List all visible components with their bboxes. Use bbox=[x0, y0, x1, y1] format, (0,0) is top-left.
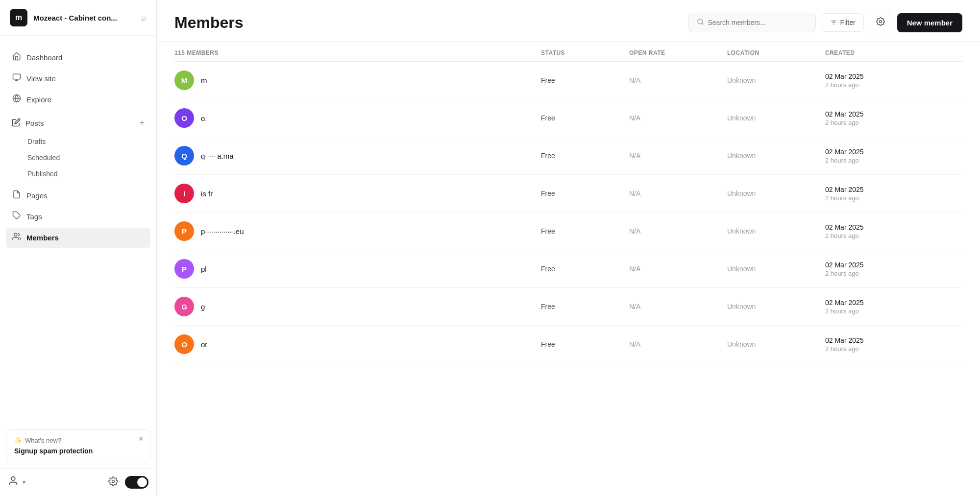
member-name: m bbox=[201, 76, 207, 85]
footer-icons bbox=[108, 476, 148, 489]
location-cell: Unknown bbox=[727, 265, 825, 273]
created-ago: 2 hours ago bbox=[825, 232, 962, 239]
sidebar: m Mozeact - Cabinet con... ⌕ Dashboard V… bbox=[0, 0, 157, 496]
svg-point-7 bbox=[11, 477, 15, 480]
created-ago: 2 hours ago bbox=[825, 345, 962, 353]
sidebar-item-explore[interactable]: Explore bbox=[6, 90, 150, 110]
created-ago: 2 hours ago bbox=[825, 81, 962, 89]
open-rate-cell: N/A bbox=[629, 114, 727, 122]
created-ago: 2 hours ago bbox=[825, 194, 962, 202]
whats-new-title: Signup spam protection bbox=[14, 447, 142, 455]
svg-point-14 bbox=[879, 21, 882, 23]
members-table: 115 MEMBERS STATUS OPEN RATE LOCATION CR… bbox=[157, 42, 980, 496]
created-date: 02 Mar 2025 bbox=[825, 110, 962, 118]
header-actions: Filter New member bbox=[688, 12, 963, 33]
created-cell: 02 Mar 2025 2 hours ago bbox=[825, 261, 962, 277]
created-date: 02 Mar 2025 bbox=[825, 336, 962, 344]
created-ago: 2 hours ago bbox=[825, 270, 962, 277]
col-header-open-rate: OPEN RATE bbox=[629, 49, 727, 56]
posts-left: Posts bbox=[12, 118, 44, 128]
col-header-location: LOCATION bbox=[727, 49, 825, 56]
sidebar-item-posts[interactable]: Posts + bbox=[6, 114, 150, 133]
avatar: P bbox=[174, 221, 194, 241]
nav-section-posts: Posts + Drafts Scheduled Published bbox=[6, 114, 150, 182]
svg-point-8 bbox=[112, 480, 115, 482]
created-date: 02 Mar 2025 bbox=[825, 261, 962, 269]
status-cell: Free bbox=[541, 303, 629, 310]
table-row[interactable]: P p············· .eu Free N/A Unknown 02… bbox=[174, 213, 962, 250]
new-member-button[interactable]: New member bbox=[897, 13, 962, 32]
sidebar-header: m Mozeact - Cabinet con... ⌕ bbox=[0, 0, 156, 36]
member-name: g bbox=[201, 303, 205, 311]
search-icon[interactable]: ⌕ bbox=[141, 13, 147, 23]
table-header: 115 MEMBERS STATUS OPEN RATE LOCATION CR… bbox=[174, 42, 962, 62]
svg-line-10 bbox=[702, 23, 703, 24]
sidebar-item-dashboard[interactable]: Dashboard bbox=[6, 47, 150, 68]
table-row[interactable]: O or Free N/A Unknown 02 Mar 2025 2 hour… bbox=[174, 326, 962, 363]
user-menu[interactable]: ▾ bbox=[8, 475, 25, 489]
member-cell: P p············· .eu bbox=[174, 221, 541, 241]
sidebar-item-tags[interactable]: Tags bbox=[6, 207, 150, 227]
member-cell: I is fr bbox=[174, 184, 541, 203]
member-cell: O or bbox=[174, 334, 541, 354]
nav-section-pages: Pages Tags Members bbox=[6, 186, 150, 248]
table-row[interactable]: I is fr Free N/A Unknown 02 Mar 2025 2 h… bbox=[174, 175, 962, 213]
created-cell: 02 Mar 2025 2 hours ago bbox=[825, 336, 962, 353]
sidebar-item-members[interactable]: Members bbox=[6, 228, 150, 248]
location-cell: Unknown bbox=[727, 152, 825, 160]
member-cell: Q q····· a.ma bbox=[174, 146, 541, 165]
chevron-down-icon: ▾ bbox=[23, 479, 25, 486]
filter-button[interactable]: Filter bbox=[822, 13, 864, 32]
member-cell: P pl bbox=[174, 259, 541, 279]
created-ago: 2 hours ago bbox=[825, 157, 962, 164]
avatar: G bbox=[174, 297, 194, 316]
add-post-button[interactable]: + bbox=[139, 118, 145, 128]
col-header-created: CREATED bbox=[825, 49, 962, 56]
gear-icon[interactable] bbox=[108, 476, 118, 489]
toggle-knob bbox=[137, 477, 147, 487]
user-icon bbox=[8, 475, 19, 489]
edit-icon bbox=[12, 118, 21, 128]
table-row[interactable]: O o. Free N/A Unknown 02 Mar 2025 2 hour… bbox=[174, 99, 962, 137]
sidebar-item-view-site[interactable]: View site bbox=[6, 69, 150, 89]
members-icon bbox=[12, 232, 22, 243]
sidebar-item-pages[interactable]: Pages bbox=[6, 186, 150, 206]
whats-new-header: ✨ What's new? bbox=[14, 437, 142, 444]
svg-rect-0 bbox=[13, 74, 21, 79]
location-cell: Unknown bbox=[727, 340, 825, 348]
page-title: Members bbox=[174, 14, 244, 32]
sidebar-item-scheduled[interactable]: Scheduled bbox=[6, 150, 150, 165]
created-date: 02 Mar 2025 bbox=[825, 72, 962, 80]
sidebar-item-label: Explore bbox=[26, 95, 51, 104]
table-row[interactable]: G g Free N/A Unknown 02 Mar 2025 2 hours… bbox=[174, 288, 962, 326]
drafts-label: Drafts bbox=[27, 138, 46, 145]
open-rate-cell: N/A bbox=[629, 189, 727, 197]
close-icon[interactable]: ✕ bbox=[138, 435, 144, 443]
status-cell: Free bbox=[541, 76, 629, 84]
search-input[interactable] bbox=[708, 19, 808, 26]
created-date: 02 Mar 2025 bbox=[825, 223, 962, 231]
sidebar-item-published[interactable]: Published bbox=[6, 166, 150, 182]
created-cell: 02 Mar 2025 2 hours ago bbox=[825, 223, 962, 239]
scheduled-label: Scheduled bbox=[27, 154, 60, 162]
table-row[interactable]: M m Free N/A Unknown 02 Mar 2025 2 hours… bbox=[174, 62, 962, 99]
col-header-members: 115 MEMBERS bbox=[174, 49, 541, 56]
member-cell: O o. bbox=[174, 108, 541, 128]
whats-new-card: ✨ What's new? Signup spam protection ✕ bbox=[6, 429, 150, 462]
table-settings-button[interactable] bbox=[870, 12, 891, 33]
sidebar-item-label: View site bbox=[26, 74, 56, 83]
col-header-status: STATUS bbox=[541, 49, 629, 56]
svg-point-6 bbox=[14, 233, 17, 236]
created-cell: 02 Mar 2025 2 hours ago bbox=[825, 72, 962, 89]
created-ago: 2 hours ago bbox=[825, 119, 962, 126]
sidebar-footer: ▾ bbox=[0, 468, 156, 496]
site-logo: m bbox=[10, 9, 27, 26]
theme-toggle[interactable] bbox=[125, 476, 148, 489]
search-box[interactable] bbox=[688, 13, 816, 32]
table-row[interactable]: Q q····· a.ma Free N/A Unknown 02 Mar 20… bbox=[174, 137, 962, 175]
table-row[interactable]: P pl Free N/A Unknown 02 Mar 2025 2 hour… bbox=[174, 250, 962, 288]
sidebar-item-drafts[interactable]: Drafts bbox=[6, 134, 150, 149]
member-name: o. bbox=[201, 114, 207, 122]
member-name: is fr bbox=[201, 189, 213, 198]
pages-label: Pages bbox=[26, 191, 48, 200]
